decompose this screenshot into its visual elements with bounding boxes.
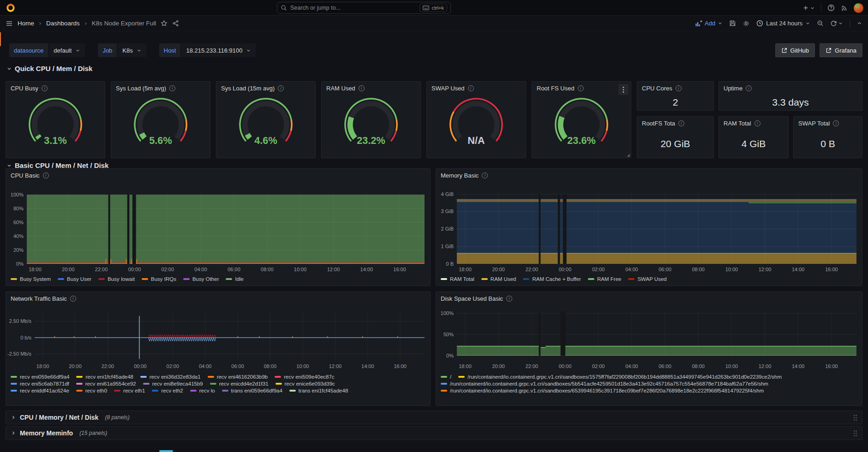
info-icon[interactable] xyxy=(169,85,175,91)
info-icon[interactable] xyxy=(278,85,284,91)
info-icon[interactable] xyxy=(359,85,365,91)
legend-item-ram-free[interactable]: RAM Free xyxy=(588,276,621,282)
x-tick-label: 16:00 xyxy=(825,363,838,369)
legend-item-recv-eni61a9554ce92[interactable]: recv eni61a9554ce92 xyxy=(76,381,136,387)
row-header-quick[interactable]: Quick CPU / Mem / Disk xyxy=(6,65,92,72)
top-navigation-bar: Search or jump to... ctrl+k xyxy=(0,0,868,16)
info-icon[interactable] xyxy=(468,85,474,91)
zoom-out-icon[interactable] xyxy=(817,20,824,27)
legend-item-recv-eth1[interactable]: recv eth1 xyxy=(114,388,145,393)
info-icon[interactable] xyxy=(578,85,584,91)
cpu-basic-chart[interactable]: 100%80%60%40%20%0%18:0020:0022:0000:0002… xyxy=(6,182,430,275)
info-icon[interactable] xyxy=(754,120,760,126)
panel-title: RAM Total xyxy=(724,120,751,127)
user-avatar[interactable] xyxy=(854,3,863,13)
x-tick-label: 04:00 xyxy=(625,267,638,272)
legend-item-trans-eni1fcf45ade48[interactable]: trans eni1fcf45ade48 xyxy=(289,388,348,393)
disk-basic-chart[interactable]: 100%50%0%18:0020:0022:0000:0002:0004:000… xyxy=(436,305,862,373)
collapsed-row-memory-meminfo[interactable]: Memory Meminfo(15 panels) xyxy=(6,426,862,440)
legend-item-recv-eni46162063b9b[interactable]: recv eni46162063b9b xyxy=(208,374,268,380)
legend-item-recv-enicdd4e2d1f31[interactable]: recv enicdd4e2d1f31 xyxy=(210,381,269,387)
legend-item-recv-eni8e9eca415b9[interactable]: recv eni8e9eca415b9 xyxy=(143,381,203,387)
add-panel-button[interactable]: Add xyxy=(695,20,723,27)
grafana-link-button[interactable]: Grafana xyxy=(820,43,862,57)
collapsed-row-cpu-memory-net-disk[interactable]: CPU / Memory / Net / Disk(8 panels) xyxy=(6,410,862,424)
legend-item-run-containerd-io-containerd-grpc-v1-cri-sandboxes-5b541acfe4259501d18e3a413e92c45716a757c554e56878e7184baf62a77e56-shm[interactable]: /run/containerd/io.containerd.grpc.v1.cr… xyxy=(441,381,768,387)
legend-item-recv-eniddf41ac624e[interactable]: recv eniddf41ac624e xyxy=(11,388,69,393)
info-icon[interactable] xyxy=(746,85,752,91)
panel-menu-button[interactable] xyxy=(618,84,629,95)
variable-value-dropdown[interactable]: default xyxy=(49,43,85,57)
gauge-ram-used: 23.2% xyxy=(322,95,420,157)
legend-label: /run/containerd/io.containerd.grpc.v1.cr… xyxy=(467,374,782,380)
drag-handle[interactable] xyxy=(853,414,857,421)
x-tick-label: 10:00 xyxy=(725,267,738,272)
legend-item-recv-eni36d32e83da1[interactable]: recv eni36d32e83da1 xyxy=(140,374,201,380)
info-icon[interactable] xyxy=(482,172,488,178)
variable-value-dropdown[interactable]: K8s xyxy=(118,43,146,57)
time-range-picker[interactable]: Last 24 hours xyxy=(756,20,810,27)
legend-item-recv-eth2[interactable]: recv eth2 xyxy=(152,388,183,393)
x-tick-label: 16:00 xyxy=(825,267,838,272)
star-icon[interactable] xyxy=(161,20,168,27)
memory-basic-chart[interactable]: 4 GiB3 GiB2 GiB1 GiB0 B18:0020:0022:0000… xyxy=(436,182,862,275)
legend-item-busy-user[interactable]: Busy User xyxy=(58,276,91,282)
legend-item-run-containerd-io-containerd-grpc-v1-cri-sandboxes-6539946195c391718ec09bef7e286f20a76898e18e2c222f968f5481479225f4-shm[interactable]: /run/containerd/io.containerd.grpc.v1.cr… xyxy=(441,388,764,393)
refresh-button[interactable] xyxy=(830,20,843,27)
panel-resize-corner[interactable] xyxy=(627,154,630,157)
legend-item-swap-used[interactable]: SWAP Used xyxy=(628,276,666,282)
legend-label: recv eniddf41ac624e xyxy=(20,388,69,393)
dashboard-settings-icon[interactable] xyxy=(742,20,750,27)
grafana-logo[interactable] xyxy=(6,3,16,13)
legend-item-recv-eth0[interactable]: recv eth0 xyxy=(76,388,107,393)
legend-item-busy-other[interactable]: Busy Other xyxy=(183,276,219,282)
legend-item-idle[interactable]: Idle xyxy=(226,276,244,282)
github-link-button[interactable]: GitHub xyxy=(775,43,815,57)
info-icon[interactable] xyxy=(70,296,76,302)
help-icon[interactable] xyxy=(827,4,835,12)
info-icon[interactable] xyxy=(42,85,48,91)
legend-item-recv-eni059e66df9a4[interactable]: recv eni059e66df9a4 xyxy=(11,374,69,380)
save-dashboard-icon[interactable] xyxy=(729,20,736,27)
legend-label: RAM Total xyxy=(450,276,474,282)
share-icon[interactable] xyxy=(172,20,179,27)
legend-item-ram-cache-buffer[interactable]: RAM Cache + Buffer xyxy=(523,276,581,282)
legend-item-recv-eni5c6ab7871df[interactable]: recv eni5c6ab7871df xyxy=(11,381,69,387)
gauge-panel-ram-used: RAM Used23.2% xyxy=(321,81,421,158)
legend-swatch xyxy=(523,278,529,280)
info-icon[interactable] xyxy=(43,172,49,178)
drag-handle[interactable] xyxy=(853,430,857,436)
info-icon[interactable] xyxy=(676,85,682,91)
breadcrumb-item-dashboards[interactable]: Dashboards xyxy=(46,20,80,27)
menu-icon[interactable] xyxy=(6,20,13,27)
news-rss-icon[interactable] xyxy=(841,5,848,12)
breadcrumb-item-home[interactable]: Home xyxy=(18,20,34,27)
legend-item-recv-enice6e093d39c[interactable]: recv enice6e093d39c xyxy=(275,381,335,387)
legend-item-busy-system[interactable]: Busy System xyxy=(11,276,51,282)
variable-value-dropdown[interactable]: 18.215.233.116:9100 xyxy=(181,43,256,57)
gauge-sys-load-15m-avg: 4.6% xyxy=(216,95,315,157)
legend-item-recv-lo[interactable]: recv lo xyxy=(190,388,215,393)
x-tick-label: 06:00 xyxy=(658,363,671,369)
legend-item-busy-iowait[interactable]: Busy Iowait xyxy=(98,276,135,282)
legend-item-ram-used[interactable]: RAM Used xyxy=(481,276,516,282)
stat-panel-cpu-cores: CPU Cores2 xyxy=(637,81,714,111)
new-menu-button[interactable] xyxy=(802,5,815,11)
x-tick-label: 02:00 xyxy=(592,363,605,369)
legend-item-trans-eni059e66df9a4[interactable]: trans eni059e66df9a4 xyxy=(222,388,282,393)
info-icon[interactable] xyxy=(833,120,839,126)
legend-item-run-containerd-io-containerd-grpc-v1-cri-sandboxes-1575ff7faf229008bf206b194dd88851a34499745e941d263bc901d0e2239ce2-shm[interactable]: /run/containerd/io.containerd.grpc.v1.cr… xyxy=(458,374,782,380)
info-icon[interactable] xyxy=(678,120,684,126)
network-basic-chart[interactable]: 2.50 Mb/s0 b/s-2.50 Mb/s18:0020:0022:000… xyxy=(6,305,430,373)
search-input[interactable]: Search or jump to... ctrl+k xyxy=(277,2,451,14)
legend-item-recv-eni509e40ec87c[interactable]: recv eni509e40ec87c xyxy=(275,374,334,380)
legend-item-[interactable]: / xyxy=(441,374,451,380)
legend-item-ram-total[interactable]: RAM Total xyxy=(441,276,474,282)
info-icon[interactable] xyxy=(506,296,512,302)
legend-item-busy-irqs[interactable]: Busy IRQs xyxy=(142,276,176,282)
legend-item-recv-eni1fcf45ade48[interactable]: recv eni1fcf45ade48 xyxy=(76,374,133,380)
keyboard-shortcut-hint: ctrl+k xyxy=(419,4,447,12)
scrollbar-nub[interactable] xyxy=(159,450,173,452)
stat-value: 4 GiB xyxy=(719,130,788,158)
collapse-toolbar-icon[interactable] xyxy=(856,20,862,26)
